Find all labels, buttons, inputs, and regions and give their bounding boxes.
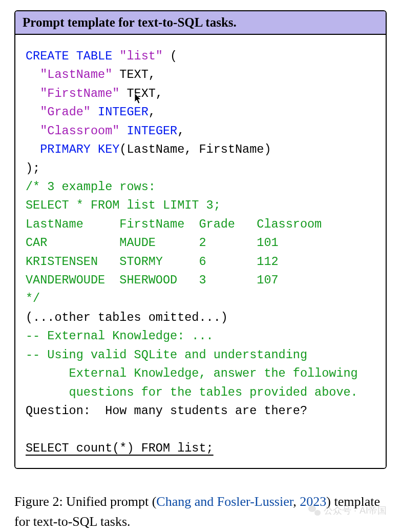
indent — [26, 87, 40, 100]
prompt-template-box: Prompt template for text-to-SQL tasks. C… — [14, 10, 387, 469]
indent — [26, 142, 40, 156]
pk-cols: (LastName, FirstName) — [119, 142, 271, 156]
type-text: TEXT, — [112, 68, 156, 81]
comment-select: SELECT * FROM list LIMIT 3; — [26, 198, 221, 212]
ext-knowledge: -- External Knowledge: ... — [26, 329, 214, 343]
comment-row1: CAR MAUDE 2 101 — [26, 236, 279, 250]
question-line: Question: How many students are there? — [26, 404, 307, 418]
kw-integer: INTEGER — [98, 105, 149, 119]
comment-close: */ — [26, 292, 40, 305]
caption-prefix: Figure 2: Unified prompt ( — [14, 494, 156, 509]
comment-header: LastName FirstName Grade Classroom — [26, 217, 322, 231]
indent — [26, 105, 40, 119]
other-tables-note: (...other tables omitted...) — [26, 311, 228, 324]
comment-row3: VANDERWOUDE SHERWOOD 3 107 — [26, 273, 279, 287]
watermark-brand: AI帝国 — [360, 504, 387, 517]
instruction-l2: External Knowledge, answer the following — [26, 366, 358, 380]
comment-row2: KRISTENSEN STORMY 6 112 — [26, 255, 279, 269]
comma: , — [149, 105, 156, 119]
indent — [26, 68, 40, 81]
col-lastname: "LastName" — [40, 68, 112, 81]
comma: , — [177, 124, 184, 138]
citation-authors: Chang and Fosler-Lussier — [156, 494, 293, 509]
col-classroom: "Classroom" — [40, 124, 119, 138]
str-list: "list" — [119, 49, 163, 63]
kw-primary-key: PRIMARY KEY — [40, 142, 119, 156]
instruction-l1: -- Using valid SQLite and understanding — [26, 348, 307, 362]
watermark: 公众号 · AI帝国 — [308, 504, 387, 517]
col-firstname: "FirstName" — [40, 87, 119, 100]
kw-integer: INTEGER — [126, 124, 177, 138]
paren-close: ); — [26, 161, 40, 175]
col-grade: "Grade" — [40, 105, 91, 119]
space — [119, 124, 126, 138]
code-block: CREATE TABLE "list" ( "LastName" TEXT, "… — [26, 47, 375, 458]
wechat-icon — [308, 505, 321, 516]
kw-create-table: CREATE TABLE — [26, 49, 119, 63]
comment-open: /* 3 example rows: — [26, 180, 156, 194]
indent — [26, 124, 40, 138]
instruction-l3: questions for the tables provided above. — [26, 385, 358, 399]
type-text: TEXT, — [119, 87, 163, 100]
caption-sep: , — [293, 494, 297, 509]
box-body: CREATE TABLE "list" ( "LastName" TEXT, "… — [15, 35, 386, 468]
paren-open: ( — [163, 49, 177, 63]
box-title: Prompt template for text-to-SQL tasks. — [15, 11, 386, 35]
watermark-label: 公众号 · — [324, 504, 356, 517]
answer-sql: SELECT count(*) FROM list; — [26, 441, 214, 455]
space — [91, 105, 98, 119]
